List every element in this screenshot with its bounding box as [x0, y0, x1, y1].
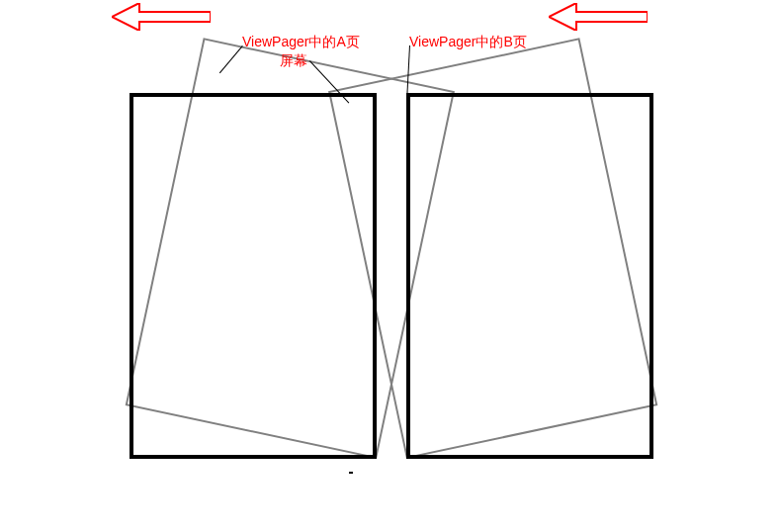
arrow-left-icon — [112, 3, 211, 31]
diagram-stage: ViewPager中的A页 屏幕 ViewPager中的B页 — [0, 0, 779, 532]
label-page-b: ViewPager中的B页 — [409, 33, 527, 51]
dash-mark — [349, 472, 353, 474]
arrow-right-icon — [549, 3, 648, 31]
page-b-rect — [406, 93, 653, 459]
label-page-a: ViewPager中的A页 — [242, 33, 360, 51]
page-a-rect — [130, 93, 377, 459]
label-screen: 屏幕 — [280, 51, 307, 70]
